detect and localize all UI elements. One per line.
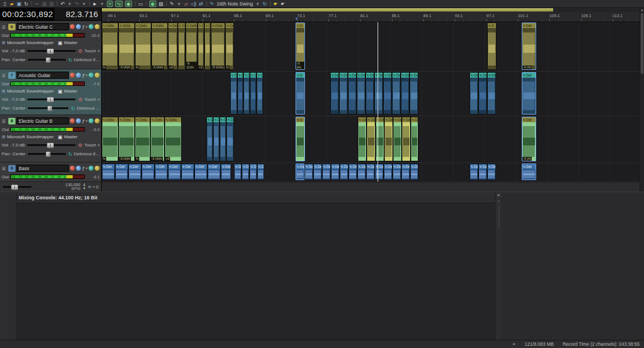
undo-icon[interactable]: ↶ xyxy=(60,1,65,7)
device-name[interactable]: Microsoft Soundmapper xyxy=(7,134,54,139)
bpm-display[interactable]: 130,000BPM xyxy=(66,183,80,191)
track-lane[interactable]: ↻Del↻D↻De↻De↻De↻D↻De↻De↻De↻De↻De↻De↻De↻D… xyxy=(102,72,640,116)
audio-clip[interactable]: ↻Del xyxy=(141,164,155,180)
paint-tool-icon[interactable]: ◆ xyxy=(125,1,132,7)
record-arm-icon[interactable] xyxy=(70,166,75,171)
audio-clip[interactable]: ↻Del xyxy=(221,164,231,180)
audio-clip[interactable]: ↻De xyxy=(220,117,226,161)
preview-volume-slider[interactable] xyxy=(3,186,31,188)
swing-edit-icon[interactable]: ✎ xyxy=(210,1,215,7)
audio-clip[interactable]: ↻De xyxy=(478,164,487,180)
audio-clip[interactable]: ↻De xyxy=(410,72,418,115)
interleave-tool-icon[interactable]: ⇄ xyxy=(199,1,204,7)
audio-clip[interactable]: ↻Delicfx xyxy=(135,117,150,161)
volume-slider[interactable] xyxy=(28,50,75,52)
track-header-electric-guitar-b[interactable]: ≣8Electric Guitar Bƒ▾Out8172635445362718… xyxy=(0,115,101,162)
automation-gear-icon[interactable]: ⚙ xyxy=(78,143,83,148)
track-header-bass[interactable]: ≣9Bassƒ▾Out81726354453627189-9.1 xyxy=(0,162,101,182)
track-lane[interactable]: ↻Delicfx↻Delic-3 (A)fx↻Delicfx↻Delic-3 (… xyxy=(102,116,640,163)
audio-clip[interactable]: ↻De xyxy=(375,117,384,161)
redo-caret-icon[interactable]: ▾ xyxy=(81,1,86,7)
automation-caret-icon[interactable]: ▾ xyxy=(97,143,100,148)
audio-clip[interactable]: ↻De xyxy=(348,72,357,115)
audio-clip[interactable]: ↻De xyxy=(243,72,250,115)
audio-clip[interactable]: ↻De xyxy=(410,164,418,180)
bus-name[interactable]: Master xyxy=(64,89,77,94)
drag-handle[interactable] xyxy=(499,206,499,229)
audio-clip[interactable]: ↻Delicfx xyxy=(102,117,118,161)
audio-clip[interactable]: ↻De xyxy=(339,72,348,115)
audio-clip[interactable]: ↻De xyxy=(487,164,496,180)
audio-clip[interactable]: ↻Delic-3 (A)fx xyxy=(118,117,135,161)
audio-clip[interactable]: ↻De xyxy=(383,72,392,115)
pan-handle[interactable] xyxy=(46,151,51,157)
automation-caret-icon[interactable]: ▾ xyxy=(97,49,100,53)
audio-clip[interactable]: ↻D xyxy=(178,23,185,70)
timeline-ruler[interactable]: 49.153.157.161.165.169.173.177.181.185.1… xyxy=(102,12,640,22)
fx-chain-name[interactable]: Delicious E... xyxy=(74,57,100,62)
audio-clip[interactable]: ↻Delicfx xyxy=(102,23,118,70)
audio-clip[interactable]: ↻De xyxy=(411,117,418,161)
audio-clip[interactable]: ↻De xyxy=(401,164,410,180)
audio-clip[interactable]: ↻Del xyxy=(194,164,208,180)
timeline-vertical-scrollbar[interactable]: ▲ xyxy=(640,8,644,192)
pan-scope-icon[interactable] xyxy=(89,166,94,171)
automation-gear-icon[interactable]: ⚙ xyxy=(78,97,83,102)
track-fx-chain-icon[interactable]: ↻ xyxy=(68,151,73,157)
audio-clip[interactable]: ↻De xyxy=(478,72,487,115)
audio-clip[interactable]: ↻De xyxy=(249,164,257,180)
audio-clip[interactable]: ↻De xyxy=(384,117,393,161)
audio-clip[interactable]: ↻De xyxy=(365,72,374,115)
track-header-acoustic-guitar[interactable]: ≣7Acoustic Guitarƒ▾Out81726354453627189-… xyxy=(0,69,101,115)
draw-tool-icon[interactable]: + xyxy=(107,1,113,7)
audio-clip[interactable]: ↻D xyxy=(237,72,243,115)
mute-icon[interactable] xyxy=(76,166,81,171)
audio-clip[interactable]: ↻Del xyxy=(102,164,115,180)
audio-clip[interactable]: ↻Del xyxy=(155,164,168,180)
audio-clip[interactable]: ↻De xyxy=(384,164,392,180)
audio-clip[interactable]: ↻Delic-5 (G)fx xyxy=(211,23,225,70)
volume-slider[interactable] xyxy=(28,99,75,100)
copy-icon[interactable]: ▤ xyxy=(42,1,47,7)
pan-scope-icon[interactable] xyxy=(89,73,94,78)
volume-handle[interactable] xyxy=(47,48,54,54)
scrollbar-handle[interactable] xyxy=(641,13,643,74)
track-name-field[interactable]: Acoustic Guitar xyxy=(17,72,69,79)
audio-clip[interactable]: ↻D xyxy=(204,23,211,70)
audio-clip[interactable]: ↻De xyxy=(357,164,366,180)
cut-icon[interactable]: ✂ xyxy=(35,1,40,7)
audio-clip[interactable]: ↻Delfx xyxy=(225,23,234,70)
speaker-tool-icon[interactable]: ◁) xyxy=(191,1,197,7)
audio-clip[interactable]: ↻Del xyxy=(168,164,181,180)
new-file-icon[interactable]: ▯ xyxy=(2,1,7,7)
audio-clip[interactable]: ↻De xyxy=(374,72,383,115)
bus-check-icon[interactable]: ▣ xyxy=(58,134,63,140)
pointer-tool-icon[interactable]: ► xyxy=(92,1,97,7)
device-name[interactable]: Microsoft Soundmapper xyxy=(7,40,54,45)
pointer-caret-icon[interactable]: ▾ xyxy=(100,1,105,7)
record-arm-icon[interactable] xyxy=(70,24,75,29)
record-arm-icon[interactable] xyxy=(70,118,75,123)
audio-clip[interactable]: ↻Delic+2 xyxy=(165,117,182,161)
audio-clip[interactable]: ↻De xyxy=(304,164,313,180)
audio-clip[interactable]: ↻De xyxy=(470,72,478,115)
audio-clip[interactable]: ↻De xyxy=(393,117,402,161)
audio-clip[interactable]: ↻Del xyxy=(522,164,536,180)
audio-clip[interactable]: ↻De xyxy=(375,164,384,180)
audio-clip[interactable]: ↻Delic-5 (C)fx xyxy=(185,23,198,70)
track-lane[interactable]: ↻Delicfx↻Delic-3 (A)fx↻Delicfx↻Delic-3 (… xyxy=(102,22,640,72)
audio-clip[interactable]: ↻De xyxy=(348,164,357,180)
track-menu-icon[interactable]: ≣ xyxy=(2,73,7,78)
audio-clip[interactable]: ↻Del xyxy=(230,72,237,115)
audio-clip[interactable]: ↻De xyxy=(357,72,365,115)
track-fx-icon[interactable]: ƒ xyxy=(82,24,84,29)
phase-icon[interactable] xyxy=(95,73,100,78)
track-name-field[interactable]: Electric Guitar B xyxy=(17,117,69,124)
open-folder-icon[interactable]: ▰ xyxy=(9,1,14,7)
audio-clip[interactable]: ↻De xyxy=(402,117,411,161)
loop-region-fill[interactable] xyxy=(102,8,553,12)
audio-clip[interactable]: ↻De xyxy=(470,164,478,180)
loop-marker-icon[interactable]: ▾ xyxy=(296,17,298,21)
track-fx-icon[interactable]: ƒ xyxy=(82,73,84,78)
pan-scope-icon[interactable] xyxy=(89,24,94,29)
